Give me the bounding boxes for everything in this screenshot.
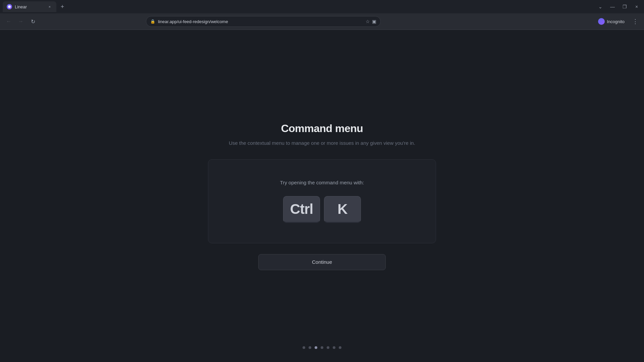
url-bar[interactable]: 🔒 linear.app/ui-feed-redesign/welcome ☆ … [146,16,381,27]
browser-chrome: Linear × + ⌄ — ❐ × ← → ↻ 🔒 linear.app/ui… [0,0,644,30]
profile-label: Incognito [607,19,625,24]
main-container: Command menu Use the contextual menu to … [0,122,644,270]
pagination-dot-4 [321,346,323,349]
sidebar-icon[interactable]: ▣ [372,19,376,24]
pagination-dot-5 [327,346,329,349]
browser-menu-button[interactable]: ⋮ [631,17,640,26]
pagination-dot-2 [309,346,311,349]
key-combo: Ctrl K [283,196,361,223]
browser-right-controls: Incognito ⋮ [595,17,640,26]
tab-close-button[interactable]: × [47,4,52,9]
pagination-dot-3 [315,346,317,349]
close-button[interactable]: × [632,2,641,11]
forward-button[interactable]: → [16,17,25,26]
page-content: Command menu Use the contextual menu to … [0,30,644,362]
chevron-down-icon[interactable]: ⌄ [596,2,605,11]
maximize-button[interactable]: ❐ [620,2,629,11]
avatar [598,18,605,25]
lock-icon: 🔒 [150,19,155,24]
window-controls: ⌄ — ❐ × [596,2,641,11]
tab-title: Linear [15,4,44,9]
tab-favicon [7,4,12,9]
pagination-dot-1 [303,346,305,349]
refresh-button[interactable]: ↻ [28,17,38,26]
k-key: K [324,196,361,223]
minimize-button[interactable]: — [608,2,617,11]
tab-bar: Linear × + ⌄ — ❐ × [0,0,644,13]
pagination-dot-6 [333,346,335,349]
new-tab-button[interactable]: + [58,2,67,11]
demo-card: Try opening the command menu with: Ctrl … [208,159,436,243]
pagination-dot-7 [339,346,341,349]
back-button[interactable]: ← [4,17,13,26]
url-text: linear.app/ui-feed-redesign/welcome [158,19,228,24]
address-bar: ← → ↻ 🔒 linear.app/ui-feed-redesign/welc… [0,13,644,29]
continue-button[interactable]: Continue [258,254,386,270]
page-subtitle: Use the contextual menu to manage one or… [229,140,415,146]
svg-point-0 [8,5,11,8]
bookmark-icon[interactable]: ☆ [366,19,370,24]
pagination-dots [303,346,341,349]
page-title: Command menu [281,122,363,135]
demo-instruction: Try opening the command menu with: [280,180,364,185]
ctrl-key: Ctrl [283,196,320,223]
browser-tab[interactable]: Linear × [3,1,56,12]
profile-button[interactable]: Incognito [595,17,628,26]
url-right-icons: ☆ ▣ [366,19,376,24]
